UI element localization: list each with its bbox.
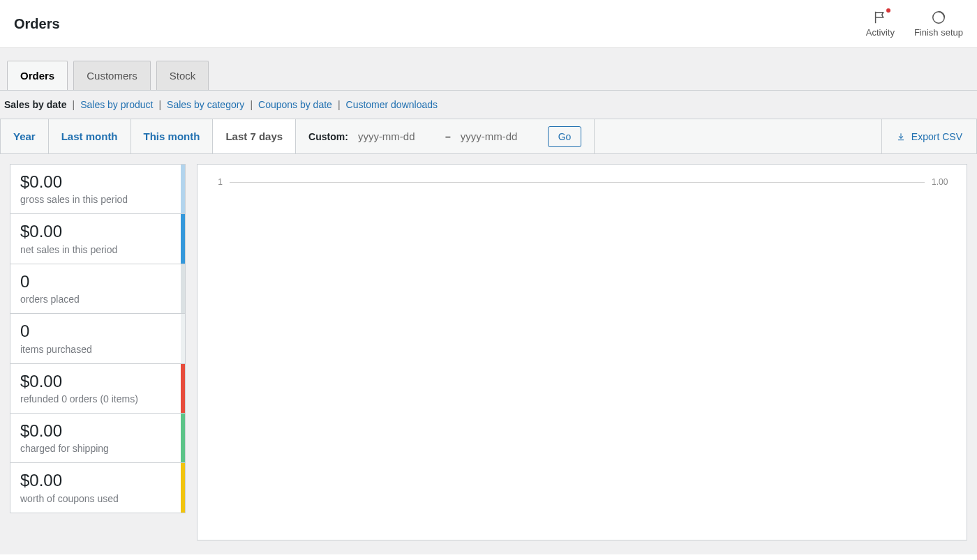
date-range-dash: – (445, 131, 451, 142)
stat-label: items purchased (20, 344, 175, 355)
subnav-coupons-by-date[interactable]: Coupons by date (258, 99, 332, 110)
range-custom: Custom: – Go (296, 119, 595, 153)
tab-orders[interactable]: Orders (7, 61, 68, 90)
stat-value: 0 (20, 322, 175, 340)
header-actions: Activity Finish setup (866, 10, 963, 38)
stat-value: $0.00 (20, 471, 175, 490)
report-body: $0.00gross sales in this period$0.00net … (0, 154, 977, 554)
subnav-separator: | (71, 99, 77, 110)
finish-setup-button[interactable]: Finish setup (914, 10, 963, 38)
tabs-primary: Orders Customers Stock (0, 48, 977, 90)
stat-label: gross sales in this period (20, 194, 175, 205)
custom-label: Custom: (308, 131, 348, 142)
stat-card[interactable]: $0.00charged for shipping (10, 414, 185, 463)
tab-label: Customers (87, 70, 137, 82)
stat-stripe (181, 364, 185, 413)
stat-stripe (181, 314, 185, 363)
export-csv-button[interactable]: Export CSV (882, 119, 976, 153)
stat-card[interactable]: 0orders placed (10, 264, 185, 314)
go-button[interactable]: Go (548, 126, 582, 147)
page-title: Orders (14, 16, 60, 32)
stat-label: orders placed (20, 294, 175, 305)
subnav-separator: | (336, 99, 342, 110)
stat-value: $0.00 (20, 222, 175, 241)
subnav-customer-downloads[interactable]: Customer downloads (346, 99, 438, 110)
range-tab-label: Last month (61, 130, 118, 142)
stat-label: worth of coupons used (20, 493, 175, 504)
flag-icon (872, 10, 888, 25)
stat-value: $0.00 (20, 422, 175, 440)
stat-card[interactable]: 0items purchased (10, 314, 185, 363)
range-tab-year[interactable]: Year (1, 119, 49, 153)
stat-value: $0.00 (20, 173, 175, 191)
tab-stock[interactable]: Stock (156, 61, 209, 90)
export-csv-label: Export CSV (911, 131, 962, 142)
subnav-separator: | (248, 99, 254, 110)
date-to-input[interactable] (459, 126, 539, 146)
stat-stripe (181, 414, 185, 462)
stat-card[interactable]: $0.00net sales in this period (10, 214, 185, 264)
activity-button[interactable]: Activity (866, 10, 895, 38)
stat-stripe (181, 463, 185, 512)
progress-circle-icon (931, 10, 946, 25)
subnav-sales-by-category[interactable]: Sales by category (167, 99, 244, 110)
stat-card[interactable]: $0.00refunded 0 orders (0 items) (10, 364, 185, 414)
stat-card[interactable]: $0.00gross sales in this period (10, 165, 185, 214)
stat-stripe (181, 165, 185, 213)
date-range-bar: Year Last month This month Last 7 days C… (0, 119, 977, 154)
stat-stripe (181, 214, 185, 263)
chart-x-tick-right: 1.00 (932, 177, 954, 187)
stats-sidebar: $0.00gross sales in this period$0.00net … (10, 164, 186, 513)
stat-value: 0 (20, 273, 175, 291)
chart-axis-line (230, 182, 925, 183)
stat-label: refunded 0 orders (0 items) (20, 393, 175, 404)
subnav-sales-by-date[interactable]: Sales by date (4, 99, 67, 110)
page-header: Orders Activity Finish setup (0, 0, 977, 48)
stat-label: net sales in this period (20, 244, 175, 255)
report-type-nav: Sales by date | Sales by product | Sales… (0, 90, 977, 119)
stat-label: charged for shipping (20, 443, 175, 454)
activity-label: Activity (866, 27, 895, 38)
download-icon (896, 132, 906, 142)
date-from-input[interactable] (357, 126, 437, 146)
chart-axis-row: 1 1.00 (210, 177, 954, 187)
chart-x-tick-left: 1 (210, 177, 223, 187)
tab-label: Orders (20, 70, 54, 82)
tab-customers[interactable]: Customers (73, 61, 151, 90)
range-spacer (595, 119, 882, 153)
range-tab-label: Year (13, 130, 36, 142)
range-tab-last-month[interactable]: Last month (49, 119, 131, 153)
notification-dot-icon (886, 8, 890, 13)
range-tab-this-month[interactable]: This month (131, 119, 214, 153)
range-tab-label: This month (144, 130, 200, 142)
stat-card[interactable]: $0.00worth of coupons used (10, 463, 185, 512)
chart-panel: 1 1.00 (197, 164, 967, 540)
stat-stripe (181, 264, 185, 313)
finish-setup-label: Finish setup (914, 27, 963, 38)
reports-area: Orders Customers Stock Sales by date | S… (0, 48, 977, 554)
range-tab-label: Last 7 days (225, 130, 283, 142)
range-tab-last-7-days[interactable]: Last 7 days (213, 119, 296, 153)
stat-value: $0.00 (20, 372, 175, 391)
tab-label: Stock (170, 70, 196, 82)
subnav-sales-by-product[interactable]: Sales by product (80, 99, 153, 110)
subnav-separator: | (157, 99, 163, 110)
